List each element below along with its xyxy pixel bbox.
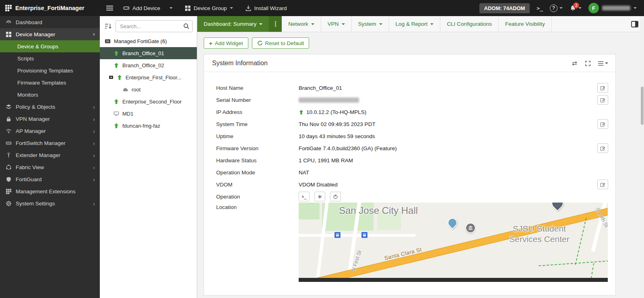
tab-network[interactable]: Network xyxy=(282,16,321,32)
sidebar-item-device-manager[interactable]: Device Manager ▾ xyxy=(0,28,100,40)
vertical-dots-icon xyxy=(275,23,276,25)
widget-body: Host Name Branch_Office_01 Serial Number… xyxy=(204,72,615,282)
tree-group-managed-fortigate[interactable]: Managed FortiGate (6) xyxy=(100,35,197,47)
chevron-down-icon xyxy=(634,7,637,9)
serial-number-redacted xyxy=(299,97,359,103)
topbar: Enterprise_FortiManager Add Device Devic… xyxy=(0,0,644,16)
fullscreen-icon[interactable] xyxy=(585,60,591,66)
search-input[interactable] xyxy=(116,20,193,32)
location-pin-icon[interactable] xyxy=(446,216,459,230)
tree-device-branch-office-02[interactable]: Branch_Office_02 xyxy=(100,59,197,71)
edit-host-name-button[interactable] xyxy=(597,83,608,93)
chevron-down-icon xyxy=(430,23,433,25)
reset-to-default-button[interactable]: Reset to Default xyxy=(252,37,310,49)
panel-toggle-icon[interactable] xyxy=(631,21,638,27)
chevron-down-icon xyxy=(311,23,314,25)
edit-firmware-button[interactable] xyxy=(597,143,608,153)
chevron-down-icon xyxy=(230,7,233,9)
refresh-widget-icon[interactable] xyxy=(571,60,578,66)
info-row-ip-address: IP Address 10.0.12.2 (To-HQ-MPLS) xyxy=(216,106,608,118)
restart-device-button[interactable] xyxy=(314,192,325,201)
sidebar-item-system-settings[interactable]: System Settings › xyxy=(0,197,100,209)
add-device-button[interactable]: Add Device xyxy=(117,0,179,16)
scrollbar-thumb[interactable] xyxy=(641,87,644,125)
edit-serial-button[interactable] xyxy=(597,95,608,105)
device-group-icon xyxy=(185,5,191,11)
edit-vdom-button[interactable] xyxy=(597,180,608,189)
sidebar-item-ap-manager[interactable]: AP Manager › xyxy=(0,125,100,137)
install-icon xyxy=(245,5,252,11)
tree-device-enterprise-second-floor[interactable]: Enterprise_Second_Floor xyxy=(100,95,197,108)
widget-menu-icon[interactable] xyxy=(598,61,608,66)
chevron-down-icon xyxy=(578,7,582,9)
extender-icon xyxy=(6,152,12,158)
transit-station-icon[interactable] xyxy=(361,232,368,238)
tree-device-fduncan-fmg-faz[interactable]: fduncan-fmg-faz xyxy=(100,120,197,132)
tree-device-branch-office-01[interactable]: Branch_Office_01 xyxy=(100,47,197,59)
museum-poi-icon[interactable] xyxy=(465,223,476,233)
scrollbar-track[interactable] xyxy=(640,16,644,298)
info-row-system-time: System Time Thu Nov 02 09:49:35 2023 PDT xyxy=(216,118,608,130)
dashboard-tabbar: Dashboard: Summary Network VPN System Lo… xyxy=(197,16,644,32)
tab-dashboard-summary[interactable]: Dashboard: Summary xyxy=(197,16,269,32)
sidebar-item-device-groups[interactable]: Device & Groups xyxy=(0,40,100,52)
chevron-down-icon xyxy=(379,23,382,25)
tab-cli-configurations[interactable]: CLI Configurations xyxy=(440,16,499,32)
tab-log-report[interactable]: Log & Report xyxy=(389,16,441,32)
device-group-button[interactable]: Device Group xyxy=(179,0,239,16)
user-menu[interactable]: F xyxy=(588,3,637,13)
menu-toggle-icon[interactable] xyxy=(106,5,113,11)
model-device-icon xyxy=(114,111,119,116)
shutdown-device-button[interactable] xyxy=(330,192,341,201)
sidebar-item-scripts[interactable]: Scripts xyxy=(0,52,100,64)
sidebar-item-provisioning-templates[interactable]: Provisioning Templates xyxy=(0,64,100,77)
sidebar-item-fortiguard[interactable]: FortiGuard › xyxy=(0,173,100,185)
ap-manager-icon xyxy=(6,128,12,134)
tree-device-md1[interactable]: MD1 xyxy=(100,108,197,120)
cli-console-icon[interactable]: >_ xyxy=(537,5,543,11)
sidebar-item-fortiswitch-manager[interactable]: FortiSwitch Manager › xyxy=(0,137,100,149)
search-icon[interactable] xyxy=(183,23,190,29)
edit-system-time-button[interactable] xyxy=(597,119,608,129)
fortiswitch-icon xyxy=(6,140,12,146)
install-wizard-button[interactable]: Install Wizard xyxy=(239,0,293,16)
sidebar: Dashboard Device Manager ▾ Device & Grou… xyxy=(0,16,100,298)
notification-count-badge: 3 xyxy=(573,2,579,8)
device-search xyxy=(116,20,193,32)
app-window: Enterprise_FortiManager Add Device Devic… xyxy=(0,0,644,298)
sidebar-item-vpn-manager[interactable]: VPN Manager › xyxy=(0,113,100,125)
open-cli-console-button[interactable]: >_ xyxy=(299,192,310,201)
tab-feature-visibility[interactable]: Feature Visibility xyxy=(499,16,552,32)
tree-vdom-root[interactable]: root xyxy=(100,83,197,95)
map-label-sjsu: SJSU Student Services Center xyxy=(499,224,580,245)
sidebar-item-firmware-templates[interactable]: Firmware Templates xyxy=(0,77,100,89)
info-row-uptime: Uptime 10 days 43 minutes 59 seconds xyxy=(216,130,608,142)
map-pin-icon[interactable] xyxy=(549,203,566,211)
transit-station-icon[interactable] xyxy=(334,232,341,238)
map-rail-line xyxy=(299,278,608,282)
add-widget-button[interactable]: + Add Widget xyxy=(204,37,248,49)
tab-system[interactable]: System xyxy=(352,16,389,32)
system-information-widget: System Information Host Name Branch_Offi… xyxy=(204,54,616,296)
dashboard-more-menu[interactable] xyxy=(269,16,282,32)
sidebar-item-dashboard[interactable]: Dashboard xyxy=(0,16,100,28)
sidebar-item-fabric-view[interactable]: Fabric View › xyxy=(0,161,100,173)
fabric-view-icon xyxy=(6,164,12,170)
brand-title: Enterprise_FortiManager xyxy=(15,5,85,11)
tab-vpn[interactable]: VPN xyxy=(321,16,352,32)
adom-badge[interactable]: ADOM: 74ADOM xyxy=(479,3,530,13)
vdom-cloud-icon xyxy=(122,87,128,92)
chevron-right-icon: › xyxy=(93,128,95,134)
tree-device-enterprise-first-floor[interactable]: Enterprise_First_Floor... xyxy=(100,71,197,83)
location-map[interactable]: San Jose City Hall SJSU Student Services… xyxy=(299,203,608,282)
sidebar-item-management-extensions[interactable]: Management Extensions xyxy=(0,185,100,197)
chevron-right-icon: › xyxy=(93,201,95,207)
notifications-menu[interactable]: 3 xyxy=(570,5,582,12)
sidebar-item-policy-objects[interactable]: Policy & Objects › xyxy=(0,101,100,113)
chevron-expanded-icon: ▾ xyxy=(93,32,95,37)
help-menu[interactable]: ? xyxy=(550,4,563,12)
sort-icon[interactable] xyxy=(105,23,112,29)
sidebar-item-monitors[interactable]: Monitors xyxy=(0,89,100,101)
sidebar-item-extender-manager[interactable]: Extender Manager › xyxy=(0,149,100,161)
tree-toolbar xyxy=(100,16,197,35)
